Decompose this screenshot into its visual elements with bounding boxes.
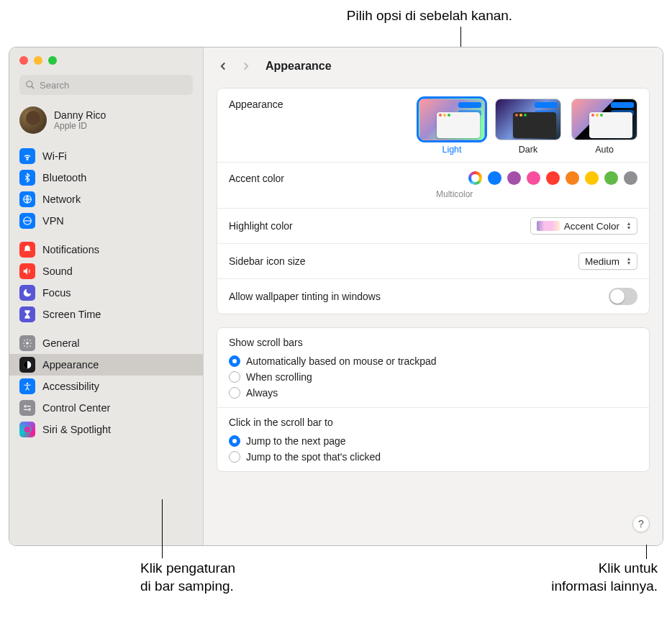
sidebar-item-label: Accessibility bbox=[42, 381, 99, 392]
sidebar-item-label: Appearance bbox=[42, 359, 99, 371]
scrollbars-option[interactable]: When scrolling bbox=[229, 371, 637, 383]
radio-button[interactable] bbox=[229, 387, 240, 399]
accent-color-ffc600[interactable] bbox=[585, 171, 599, 185]
accent-color-multicolor[interactable] bbox=[468, 171, 482, 185]
scrollbars-option[interactable]: Always bbox=[229, 387, 637, 399]
highlight-label: Highlight color bbox=[229, 220, 530, 232]
sidebar-item-appearance[interactable]: Appearance bbox=[9, 354, 203, 376]
accent-color-ff3b30[interactable] bbox=[546, 171, 560, 185]
svg-point-8 bbox=[24, 406, 26, 407]
sidebar-item-notifications[interactable]: Notifications bbox=[9, 239, 203, 260]
annotation-bottom-right: Klik untuk informasi lainnya. bbox=[551, 560, 658, 595]
window-controls bbox=[9, 56, 203, 65]
svg-point-5 bbox=[26, 342, 29, 345]
sidebar-item-bluetooth[interactable]: Bluetooth bbox=[9, 167, 203, 188]
sidebar-item-label: General bbox=[42, 337, 80, 349]
chevron-updown-icon: ▴▾ bbox=[624, 255, 634, 268]
sidebar-icon-label: Sidebar icon size bbox=[229, 255, 578, 267]
avatar bbox=[19, 106, 47, 134]
settings-window: Search Danny Rico Apple ID Wi-FiBluetoot… bbox=[9, 47, 663, 546]
highlight-swatch bbox=[537, 221, 560, 231]
sidebar-item-focus[interactable]: Focus bbox=[9, 282, 203, 304]
annotation-line-br bbox=[646, 545, 647, 559]
zoom-button[interactable] bbox=[48, 56, 57, 65]
network-icon bbox=[19, 191, 35, 207]
radio-label: When scrolling bbox=[246, 371, 312, 383]
sidebar-item-control-center[interactable]: Control Center bbox=[9, 397, 203, 419]
radio-button[interactable] bbox=[229, 355, 240, 367]
accent-color-f74f9e[interactable] bbox=[527, 171, 540, 185]
sidebar-item-label: VPN bbox=[42, 215, 64, 227]
sidebar-item-vpn[interactable]: VPN bbox=[9, 210, 203, 232]
sidebar: Search Danny Rico Apple ID Wi-FiBluetoot… bbox=[9, 47, 204, 545]
sidebar-item-label: Network bbox=[42, 194, 81, 205]
appearance-thumb bbox=[419, 99, 485, 140]
account-sub: Apple ID bbox=[54, 121, 106, 131]
sidebar-item-sound[interactable]: Sound bbox=[9, 260, 203, 282]
appearance-option-label: Dark bbox=[519, 145, 537, 155]
appearance-row: Appearance LightDarkAuto bbox=[217, 88, 649, 163]
account-row[interactable]: Danny Rico Apple ID bbox=[9, 102, 203, 142]
highlight-row: Highlight color Accent Color ▴▾ bbox=[217, 209, 649, 244]
bell-icon bbox=[19, 242, 35, 258]
scrollbars-title: Show scroll bars bbox=[229, 337, 303, 348]
appearance-option-auto[interactable]: Auto bbox=[571, 99, 637, 155]
accent-colors bbox=[468, 171, 637, 185]
scroll-panel: Show scroll bars Automatically based on … bbox=[217, 327, 650, 472]
siri-icon bbox=[19, 422, 35, 437]
search-input[interactable]: Search bbox=[19, 75, 193, 95]
appearance-option-light[interactable]: Light bbox=[419, 99, 485, 155]
page-title: Appearance bbox=[265, 60, 332, 73]
sidebar-icon-popup[interactable]: Medium ▴▾ bbox=[578, 253, 637, 270]
click-scroll-title: Click in the scroll bar to bbox=[229, 417, 333, 428]
sidebar-item-label: Focus bbox=[42, 287, 71, 299]
wallpaper-tint-label: Allow wallpaper tinting in windows bbox=[229, 291, 609, 302]
appearance-options: LightDarkAuto bbox=[419, 99, 637, 155]
annotation-line-bl bbox=[162, 499, 163, 558]
click-scroll-option[interactable]: Jump to the next page bbox=[229, 435, 637, 447]
appearance-option-dark[interactable]: Dark bbox=[495, 99, 561, 155]
sidebar-item-label: Bluetooth bbox=[42, 172, 86, 183]
accent-label: Accent color bbox=[229, 173, 468, 184]
radio-button[interactable] bbox=[229, 371, 240, 383]
sidebar-item-general[interactable]: General bbox=[9, 332, 203, 354]
back-button[interactable] bbox=[217, 60, 230, 73]
appearance-option-label: Light bbox=[442, 145, 461, 155]
sidebar-item-wi-fi[interactable]: Wi-Fi bbox=[9, 145, 203, 167]
sidebar-item-siri-spotlight[interactable]: Siri & Spotlight bbox=[9, 419, 203, 440]
annotation-bottom-left: Klik pengaturan di bar samping. bbox=[140, 560, 235, 595]
sidebar-item-screen-time[interactable]: Screen Time bbox=[9, 304, 203, 325]
highlight-popup[interactable]: Accent Color ▴▾ bbox=[530, 217, 637, 235]
accent-color-a550a7[interactable] bbox=[507, 171, 521, 185]
help-icon: ? bbox=[638, 518, 644, 530]
help-button[interactable]: ? bbox=[632, 515, 650, 532]
sidebar-item-label: Screen Time bbox=[42, 309, 101, 320]
accent-color-0a7aff[interactable] bbox=[488, 171, 501, 185]
svg-point-2 bbox=[27, 159, 27, 160]
radio-label: Jump to the spot that's clicked bbox=[246, 451, 381, 463]
accent-color-62ba46[interactable] bbox=[604, 171, 618, 185]
scrollbars-group: Automatically based on mouse or trackpad… bbox=[229, 353, 637, 399]
main-pane: Appearance Appearance LightDarkAuto Acce… bbox=[204, 47, 663, 545]
click-scroll-option[interactable]: Jump to the spot that's clicked bbox=[229, 451, 637, 463]
appearance-panel: Appearance LightDarkAuto Accent color Mu… bbox=[217, 88, 650, 314]
radio-button[interactable] bbox=[229, 435, 240, 447]
close-button[interactable] bbox=[19, 56, 28, 65]
sidebar-list: Wi-FiBluetoothNetworkVPNNotificationsSou… bbox=[9, 142, 203, 545]
accent-color-8e8e93[interactable] bbox=[624, 171, 637, 185]
scrollbars-option[interactable]: Automatically based on mouse or trackpad bbox=[229, 355, 637, 367]
forward-button[interactable] bbox=[240, 60, 253, 73]
radio-button[interactable] bbox=[229, 451, 240, 463]
minimize-button[interactable] bbox=[34, 56, 42, 65]
sidebar-item-accessibility[interactable]: Accessibility bbox=[9, 376, 203, 397]
radio-label: Jump to the next page bbox=[246, 435, 346, 447]
wallpaper-tint-toggle[interactable] bbox=[609, 288, 637, 305]
sound-icon bbox=[19, 263, 35, 279]
sidebar-item-network[interactable]: Network bbox=[9, 188, 203, 210]
accent-color-f7821b[interactable] bbox=[566, 171, 579, 185]
click-scroll-group: Jump to the next pageJump to the spot th… bbox=[229, 432, 637, 463]
appearance-option-label: Auto bbox=[595, 145, 614, 155]
account-name: Danny Rico bbox=[54, 109, 106, 121]
radio-label: Automatically based on mouse or trackpad bbox=[246, 355, 437, 367]
vpn-icon bbox=[19, 213, 35, 229]
